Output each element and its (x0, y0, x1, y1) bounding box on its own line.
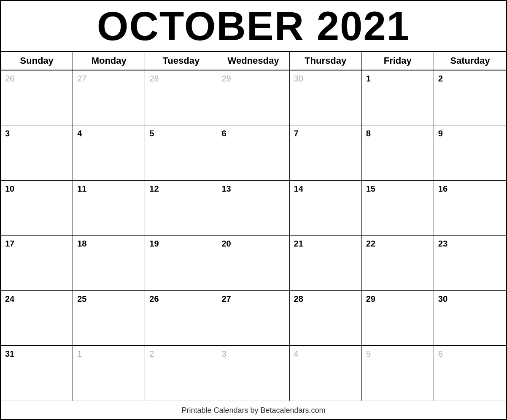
day-cell[interactable]: 6 (434, 346, 506, 401)
day-cell[interactable]: 27 (217, 291, 289, 346)
calendar-grid: SundayMondayTuesdayWednesdayThursdayFrid… (1, 52, 506, 401)
day-cell[interactable]: 29 (362, 291, 434, 346)
week-row: 3456789 (1, 125, 506, 181)
day-cell[interactable]: 1 (362, 70, 434, 125)
day-header: Wednesday (217, 52, 289, 70)
day-cell[interactable]: 3 (217, 346, 289, 401)
day-cell[interactable]: 13 (217, 181, 289, 236)
day-cell[interactable]: 4 (290, 346, 362, 401)
day-cell[interactable]: 22 (362, 236, 434, 290)
day-header: Tuesday (145, 52, 217, 70)
day-cell[interactable]: 4 (73, 125, 145, 180)
day-cell[interactable]: 3 (1, 125, 73, 180)
day-cell[interactable]: 30 (434, 291, 506, 346)
day-headers: SundayMondayTuesdayWednesdayThursdayFrid… (1, 52, 506, 70)
day-cell[interactable]: 26 (1, 70, 73, 125)
calendar: OCTOBER 2021 SundayMondayTuesdayWednesda… (0, 0, 507, 420)
day-header: Thursday (290, 52, 362, 70)
calendar-title: OCTOBER 2021 (1, 1, 506, 52)
day-cell[interactable]: 26 (145, 291, 217, 346)
week-row: 17181920212223 (1, 236, 506, 291)
day-cell[interactable]: 8 (362, 125, 434, 180)
day-cell[interactable]: 30 (290, 70, 362, 125)
day-cell[interactable]: 1 (73, 346, 145, 401)
week-row: 262728293012 (1, 70, 506, 126)
day-cell[interactable]: 20 (217, 236, 289, 290)
day-cell[interactable]: 25 (73, 291, 145, 346)
day-cell[interactable]: 17 (1, 236, 73, 290)
day-header: Friday (362, 52, 434, 70)
day-cell[interactable]: 9 (434, 125, 506, 180)
day-cell[interactable]: 14 (290, 181, 362, 236)
day-header: Sunday (1, 52, 73, 70)
day-cell[interactable]: 12 (145, 181, 217, 236)
day-cell[interactable]: 2 (145, 346, 217, 401)
day-cell[interactable]: 29 (217, 70, 289, 125)
day-cell[interactable]: 6 (217, 125, 289, 180)
week-row: 24252627282930 (1, 291, 506, 346)
day-cell[interactable]: 16 (434, 181, 506, 236)
day-cell[interactable]: 11 (73, 181, 145, 236)
day-cell[interactable]: 7 (290, 125, 362, 180)
day-cell[interactable]: 5 (362, 346, 434, 401)
calendar-footer: Printable Calendars by Betacalendars.com (1, 401, 506, 419)
day-cell[interactable]: 28 (290, 291, 362, 346)
day-cell[interactable]: 27 (73, 70, 145, 125)
day-cell[interactable]: 31 (1, 346, 73, 401)
day-header: Monday (73, 52, 145, 70)
day-cell[interactable]: 23 (434, 236, 506, 290)
day-cell[interactable]: 10 (1, 181, 73, 236)
day-cell[interactable]: 19 (145, 236, 217, 290)
day-cell[interactable]: 24 (1, 291, 73, 346)
week-row: 10111213141516 (1, 181, 506, 236)
day-header: Saturday (434, 52, 506, 70)
weeks: 2627282930123456789101112131415161718192… (1, 70, 506, 401)
day-cell[interactable]: 5 (145, 125, 217, 180)
day-cell[interactable]: 2 (434, 70, 506, 125)
day-cell[interactable]: 18 (73, 236, 145, 290)
day-cell[interactable]: 15 (362, 181, 434, 236)
week-row: 31123456 (1, 346, 506, 401)
day-cell[interactable]: 21 (290, 236, 362, 290)
day-cell[interactable]: 28 (145, 70, 217, 125)
